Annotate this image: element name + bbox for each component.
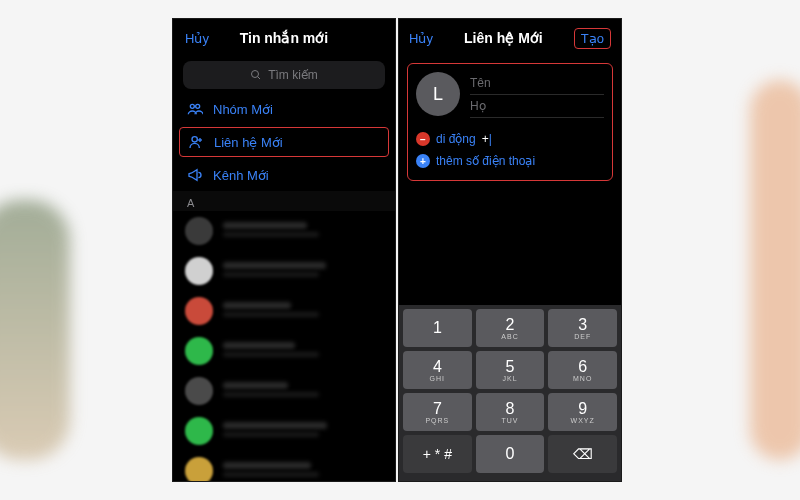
option-label: Liên hệ Mới bbox=[214, 135, 283, 150]
search-placeholder: Tìm kiếm bbox=[268, 68, 318, 82]
key-number: 3 bbox=[578, 317, 587, 333]
cancel-button[interactable]: Hủy bbox=[185, 31, 209, 46]
avatar bbox=[185, 337, 213, 365]
avatar bbox=[185, 257, 213, 285]
cancel-button[interactable]: Hủy bbox=[409, 31, 433, 46]
key-letters: PQRS bbox=[425, 417, 449, 424]
svg-point-2 bbox=[190, 104, 194, 108]
contact-row[interactable] bbox=[173, 291, 395, 331]
avatar bbox=[185, 217, 213, 245]
keypad-key-1[interactable]: 1 bbox=[403, 309, 472, 347]
contact-name-blurred bbox=[223, 222, 383, 240]
svg-line-1 bbox=[258, 77, 261, 80]
option-new-group[interactable]: Nhóm Mới bbox=[173, 93, 395, 125]
key-number: 7 bbox=[433, 401, 442, 417]
key-letters: MNO bbox=[573, 375, 592, 382]
add-phone-row[interactable]: + thêm số điện thoại bbox=[416, 150, 604, 172]
keypad-key-[interactable]: + * # bbox=[403, 435, 472, 473]
contact-row[interactable] bbox=[173, 411, 395, 451]
contact-name-blurred bbox=[223, 382, 383, 400]
add-icon[interactable]: + bbox=[416, 154, 430, 168]
keypad-key-0[interactable]: 0 bbox=[476, 435, 545, 473]
keypad-key-4[interactable]: 4GHI bbox=[403, 351, 472, 389]
key-number: 9 bbox=[578, 401, 587, 417]
phone-field-row[interactable]: − di động +| bbox=[416, 128, 604, 150]
svg-point-0 bbox=[252, 71, 259, 78]
phone-screenshots: Hủy Tin nhắn mới Tìm kiếm Nhóm Mới Liên … bbox=[172, 18, 622, 482]
key-letters: JKL bbox=[502, 375, 517, 382]
option-label: Kênh Mới bbox=[213, 168, 269, 183]
key-number: 1 bbox=[433, 320, 442, 336]
header: Hủy Liên hệ Mới Tạo bbox=[399, 19, 621, 57]
key-letters: TUV bbox=[502, 417, 519, 424]
page-title: Tin nhắn mới bbox=[240, 30, 329, 46]
decorative-blob-right bbox=[750, 80, 800, 460]
option-new-channel[interactable]: Kênh Mới bbox=[173, 159, 395, 191]
option-new-contact[interactable]: Liên hệ Mới bbox=[179, 127, 389, 157]
key-number: 5 bbox=[506, 359, 515, 375]
phone-left-new-message: Hủy Tin nhắn mới Tìm kiếm Nhóm Mới Liên … bbox=[172, 18, 396, 482]
svg-point-4 bbox=[192, 137, 197, 142]
search-input[interactable]: Tìm kiếm bbox=[183, 61, 385, 89]
search-icon bbox=[250, 69, 262, 81]
add-phone-label: thêm số điện thoại bbox=[436, 154, 535, 168]
contact-row[interactable] bbox=[173, 251, 395, 291]
group-icon bbox=[187, 101, 203, 117]
header: Hủy Tin nhắn mới bbox=[173, 19, 395, 57]
backspace-key[interactable]: ⌫ bbox=[548, 435, 617, 473]
contact-form: L Tên Họ − di động +| + thêm số điện tho… bbox=[407, 63, 613, 181]
keypad-key-9[interactable]: 9WXYZ bbox=[548, 393, 617, 431]
keypad-key-3[interactable]: 3DEF bbox=[548, 309, 617, 347]
key-letters: WXYZ bbox=[571, 417, 595, 424]
avatar bbox=[185, 297, 213, 325]
contact-row[interactable] bbox=[173, 451, 395, 482]
phone-right-new-contact: Hủy Liên hệ Mới Tạo L Tên Họ − di động +… bbox=[398, 18, 622, 482]
firstname-field[interactable]: Tên bbox=[470, 72, 604, 95]
key-letters: ABC bbox=[501, 333, 518, 340]
contact-name-blurred bbox=[223, 422, 383, 440]
page-title: Liên hệ Mới bbox=[464, 30, 543, 46]
contact-row[interactable] bbox=[173, 331, 395, 371]
remove-icon[interactable]: − bbox=[416, 132, 430, 146]
contact-name-blurred bbox=[223, 262, 383, 280]
keypad-key-8[interactable]: 8TUV bbox=[476, 393, 545, 431]
section-header: A bbox=[173, 191, 395, 211]
key-number: + * # bbox=[423, 447, 452, 461]
avatar bbox=[185, 417, 213, 445]
key-letters: DEF bbox=[574, 333, 591, 340]
option-label: Nhóm Mới bbox=[213, 102, 273, 117]
key-number: 0 bbox=[506, 446, 515, 462]
key-number: 6 bbox=[578, 359, 587, 375]
svg-point-3 bbox=[196, 104, 200, 108]
contact-row[interactable] bbox=[173, 371, 395, 411]
keypad-key-7[interactable]: 7PQRS bbox=[403, 393, 472, 431]
phone-type-label[interactable]: di động bbox=[436, 132, 476, 146]
megaphone-icon bbox=[187, 167, 203, 183]
lastname-field[interactable]: Họ bbox=[470, 95, 604, 118]
phone-value[interactable]: +| bbox=[482, 132, 492, 146]
contact-name-blurred bbox=[223, 462, 383, 480]
keypad-key-5[interactable]: 5JKL bbox=[476, 351, 545, 389]
contact-name-blurred bbox=[223, 342, 383, 360]
key-number: 4 bbox=[433, 359, 442, 375]
add-contact-icon bbox=[188, 134, 204, 150]
keypad-key-6[interactable]: 6MNO bbox=[548, 351, 617, 389]
create-button[interactable]: Tạo bbox=[574, 28, 611, 49]
key-number: 8 bbox=[506, 401, 515, 417]
contact-row[interactable] bbox=[173, 211, 395, 251]
avatar bbox=[185, 377, 213, 405]
key-number: 2 bbox=[506, 317, 515, 333]
numeric-keypad: 12ABC3DEF4GHI5JKL6MNO7PQRS8TUV9WXYZ+ * #… bbox=[399, 305, 621, 481]
avatar bbox=[185, 457, 213, 482]
decorative-blob-left bbox=[0, 200, 70, 460]
key-letters: GHI bbox=[430, 375, 445, 382]
contact-name-blurred bbox=[223, 302, 383, 320]
avatar-placeholder[interactable]: L bbox=[416, 72, 460, 116]
contact-list bbox=[173, 211, 395, 482]
keypad-key-2[interactable]: 2ABC bbox=[476, 309, 545, 347]
key-number: ⌫ bbox=[573, 447, 593, 461]
